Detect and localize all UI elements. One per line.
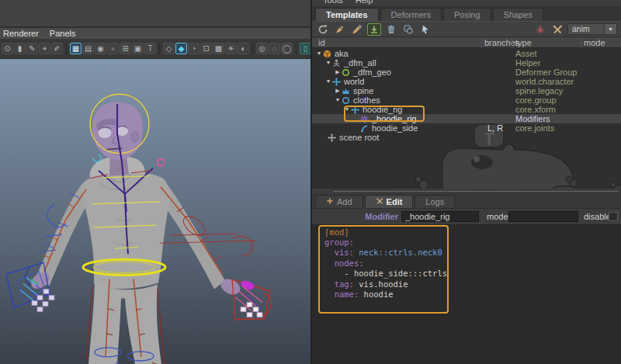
tree-node-label: aka — [335, 49, 349, 58]
application-window: RendererPanels ⊙▮✎⌖✐▦▤◉●⊞▣T◇◆◔⊡▩☀◐◎◌◯▯ — [0, 0, 621, 364]
menu-item-tools[interactable]: Tools — [323, 0, 343, 6]
mode-select-value[interactable]: anim — [567, 23, 605, 35]
tree-node-label: _dfm_geo — [353, 68, 391, 77]
duplicate-icon[interactable] — [401, 23, 415, 36]
tab-deformers[interactable]: Deformers — [380, 8, 442, 21]
column-type[interactable]: type — [515, 37, 532, 48]
wireframe-icon[interactable]: ◇ — [163, 43, 175, 54]
menu-item-renderer[interactable]: Renderer — [3, 29, 39, 38]
gate-mask-icon[interactable]: ● — [107, 43, 119, 54]
shaded-icon[interactable]: ◆ — [175, 43, 187, 54]
column-id[interactable]: id — [318, 37, 325, 48]
tree-column-header: id branches type mode — [312, 37, 621, 48]
column-divider[interactable] — [512, 37, 512, 48]
tree-indent — [312, 100, 334, 101]
tab-logs[interactable]: Logs — [415, 195, 455, 208]
rocket-icon[interactable] — [333, 23, 347, 36]
occlusion-icon[interactable]: ◯ — [281, 43, 293, 54]
resolution-gate-icon[interactable]: ◉ — [95, 43, 106, 54]
import-icon[interactable] — [367, 23, 381, 36]
modifier-label: Modifier — [312, 209, 398, 224]
brush-icon[interactable] — [350, 23, 364, 36]
tree-type-value: Modifiers — [515, 114, 550, 123]
trash-icon[interactable] — [384, 23, 398, 36]
bookmark-icon[interactable]: ▮ — [14, 43, 26, 54]
expand-closed-icon[interactable]: ▶ — [334, 86, 342, 95]
tree-indent — [312, 72, 334, 73]
templates-panel: ToolsHelp TemplatesDeformersPosingShapes… — [310, 0, 621, 364]
menu-item-panels[interactable]: Panels — [50, 29, 76, 38]
tree-branches-value: L, R — [487, 123, 503, 133]
shadows-icon[interactable]: ◐ — [238, 43, 249, 54]
tab-shapes[interactable]: Shapes — [493, 8, 543, 21]
code-editor[interactable]: [mod]group: vis: neck::ctrls.neck0 nodes… — [312, 224, 621, 364]
expand-open-icon[interactable]: ▼ — [334, 95, 342, 105]
disable-checkbox[interactable] — [609, 212, 618, 221]
use-all-lights-icon[interactable]: ▩ — [213, 43, 224, 54]
panel-splitter[interactable] — [312, 189, 621, 193]
column-divider[interactable] — [581, 37, 581, 48]
cursor-icon[interactable] — [418, 23, 432, 36]
tree-type-value: core.xform — [515, 105, 556, 114]
tree-row-aka[interactable]: ▼akaAsset — [312, 49, 621, 58]
viewport-3d[interactable] — [0, 59, 310, 364]
mode-input[interactable] — [508, 211, 578, 222]
tab-edit[interactable]: Edit — [365, 195, 414, 208]
tab-posing[interactable]: Posing — [443, 8, 491, 21]
tree-row-hoodie_side[interactable]: hoodie_sideL, Rcore.joints — [312, 123, 621, 133]
select-zoom-icon[interactable]: ⌖ — [39, 43, 50, 54]
tree-row-clothes[interactable]: ▼clothescore.group — [312, 95, 621, 105]
column-branches[interactable]: branches — [484, 37, 519, 48]
expand-open-icon[interactable]: ▼ — [324, 77, 332, 86]
tree-node-label: world — [344, 77, 364, 86]
xray-icon[interactable]: ◎ — [256, 43, 268, 54]
tools-icon[interactable] — [550, 23, 564, 36]
editor-tabs: AddEditLogs — [312, 193, 621, 209]
tree-row-_dfm_all[interactable]: ▼_dfm_allHelper — [312, 58, 621, 68]
tree-row-scene-root[interactable]: scene root — [312, 133, 621, 142]
camera-icon[interactable]: ⊙ — [2, 43, 13, 54]
chevron-down-icon[interactable]: ▼ — [605, 23, 617, 35]
template-tree[interactable]: Y T ▼akaAsset▼_dfm_allHelp — [312, 48, 621, 189]
tree-indent — [312, 109, 343, 110]
modifier-input[interactable] — [401, 211, 479, 222]
templates-toolbar-right — [533, 23, 567, 36]
column-mode[interactable]: mode — [584, 37, 605, 48]
shaded-textured-icon[interactable]: ⊡ — [200, 43, 212, 54]
clipped-panel-icon[interactable]: ▯ — [300, 43, 310, 54]
mode-select[interactable]: anim ▼ — [567, 23, 617, 35]
expand-open-icon[interactable]: ▼ — [315, 49, 323, 58]
tools-icon — [376, 197, 383, 206]
tab-templates[interactable]: Templates — [315, 8, 379, 21]
panel-menubar: ToolsHelp — [312, 0, 621, 6]
film-gate-icon[interactable]: ▤ — [82, 43, 94, 54]
tree-row-_dfm_geo[interactable]: ▶_dfm_geoDeformer Group — [312, 68, 621, 77]
tree-type-value: core.joints — [515, 123, 554, 133]
column-divider[interactable] — [481, 37, 482, 48]
motion-blur-icon[interactable]: ◌ — [269, 43, 280, 54]
templates-toolbar: anim ▼ — [312, 21, 621, 37]
pencil-icon[interactable]: ✐ — [51, 43, 63, 54]
tab-add[interactable]: Add — [315, 195, 363, 208]
rig-icon — [332, 59, 341, 68]
textured-icon[interactable]: ◔ — [188, 43, 199, 54]
move-cross-icon — [332, 78, 341, 86]
tree-type-value: spine.legacy — [515, 86, 563, 95]
debug-bug-icon[interactable] — [533, 23, 547, 36]
viewport-pane: RendererPanels ⊙▮✎⌖✐▦▤◉●⊞▣T◇◆◔⊡▩☀◐◎◌◯▯ — [0, 0, 310, 364]
pen-icon[interactable]: ✎ — [26, 43, 38, 54]
refresh-icon[interactable] — [316, 23, 330, 36]
tree-row-spine[interactable]: ▶spinespine.legacy — [312, 86, 621, 95]
tab-label: Add — [337, 197, 352, 206]
hud-icon[interactable]: T — [144, 43, 156, 54]
viewport-toolbar: ⊙▮✎⌖✐▦▤◉●⊞▣T◇◆◔⊡▩☀◐◎◌◯▯ — [0, 39, 310, 59]
expand-closed-icon[interactable]: ▶ — [334, 68, 342, 77]
grid-icon[interactable]: ▦ — [70, 43, 82, 54]
menu-item-help[interactable]: Help — [356, 0, 373, 6]
lights-icon[interactable]: ☀ — [225, 43, 237, 54]
field-chart-icon[interactable]: ⊞ — [120, 43, 131, 54]
tree-type-value: Helper — [515, 58, 540, 68]
tree-row-world[interactable]: ▼worldworld.character — [312, 77, 621, 86]
image-plane-icon[interactable]: ▣ — [132, 43, 144, 54]
expand-open-icon[interactable]: ▼ — [324, 58, 332, 68]
